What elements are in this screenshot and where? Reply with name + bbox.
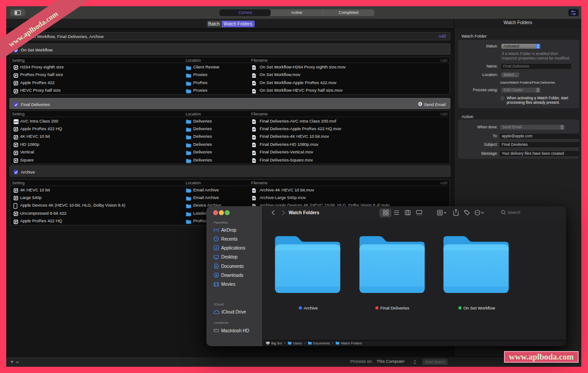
svg-text:MXF: MXF <box>14 121 18 123</box>
svg-text:A: A <box>215 246 218 250</box>
